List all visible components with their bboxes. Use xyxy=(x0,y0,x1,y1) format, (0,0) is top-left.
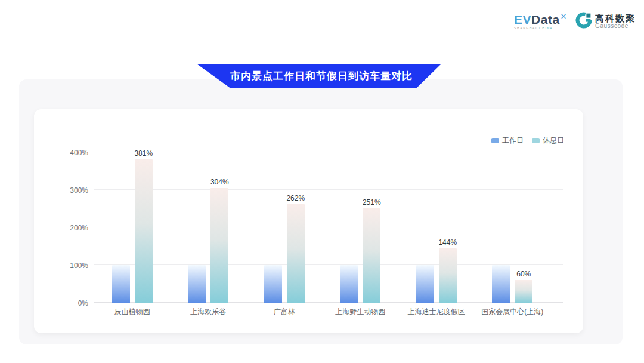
x-axis-label: 国家会展中心(上海) xyxy=(481,307,543,317)
bar-groups: 381%辰山植物园304%上海欢乐谷262%广富林251%上海野生动物园144%… xyxy=(94,145,550,303)
y-axis-tick: 300% xyxy=(52,186,88,195)
bar-工作日 xyxy=(188,265,206,303)
report-panel: 工作日休息日 0%100%200%300%400%381%辰山植物园304%上海… xyxy=(19,79,623,344)
gausscode-text: 高科数聚 Gausscode xyxy=(595,14,636,29)
bar-value-label: 60% xyxy=(516,270,531,278)
y-axis-tick: 100% xyxy=(52,262,88,270)
bar-工作日 xyxy=(492,265,510,303)
legend-item-工作日[interactable]: 工作日 xyxy=(491,136,524,146)
bar-休息日: 381% xyxy=(135,159,153,303)
bar-休息日: 251% xyxy=(363,208,380,303)
bar-value-label: 381% xyxy=(134,149,153,158)
evdata-subtitle-shanghai: SHANGHAI xyxy=(514,26,537,30)
legend-label: 休息日 xyxy=(543,136,564,146)
bar-group: 60%国家会展中心(上海) xyxy=(475,145,551,303)
legend-swatch-icon xyxy=(491,138,499,143)
gausscode-en-label: Gausscode xyxy=(595,23,636,30)
bar-工作日 xyxy=(416,265,434,303)
bar-休息日: 262% xyxy=(287,204,305,303)
y-axis-tick: 200% xyxy=(52,224,88,232)
legend-item-休息日[interactable]: 休息日 xyxy=(532,136,564,146)
y-axis-tick: 0% xyxy=(52,299,88,307)
gausscode-g-icon xyxy=(575,12,592,31)
legend-swatch-icon xyxy=(532,138,540,143)
bar-休息日: 304% xyxy=(210,188,228,303)
chart-legend: 工作日休息日 xyxy=(491,136,564,146)
x-axis-label: 辰山植物园 xyxy=(114,307,150,317)
bar-工作日 xyxy=(112,265,130,303)
bar-休息日: 144% xyxy=(439,248,457,303)
evdata-ev-text: EV xyxy=(514,13,531,26)
bar-group: 381%辰山植物园 xyxy=(94,145,171,303)
page-title: 市内景点工作日和节假日到访车量对比 xyxy=(225,69,413,83)
bar-group: 262%广富林 xyxy=(246,145,323,303)
evdata-x-icon: ✕ xyxy=(561,12,567,21)
bar-group: 251%上海野生动物园 xyxy=(323,145,399,303)
title-banner: 市内景点工作日和节假日到访车量对比 xyxy=(197,64,441,88)
x-axis-label: 上海迪士尼度假区 xyxy=(408,307,465,317)
legend-label: 工作日 xyxy=(502,136,524,146)
gausscode-cn-label: 高科数聚 xyxy=(595,14,636,23)
bar-group: 144%上海迪士尼度假区 xyxy=(398,145,475,303)
page: EVData✕ SHANGHAI CHINA 高科数聚 Gausscode 市 xyxy=(0,0,644,363)
header-logos: EVData✕ SHANGHAI CHINA 高科数聚 Gausscode xyxy=(514,12,636,31)
bar-value-label: 251% xyxy=(363,198,381,207)
evdata-data-text: Data xyxy=(531,13,560,26)
bar-value-label: 262% xyxy=(286,194,305,202)
evdata-subtitle: SHANGHAI CHINA xyxy=(514,27,553,30)
bar-工作日 xyxy=(264,265,282,303)
x-axis-label: 上海欢乐谷 xyxy=(190,307,226,317)
y-axis-tick: 400% xyxy=(52,149,88,157)
gausscode-logo: 高科数聚 Gausscode xyxy=(575,12,636,31)
evdata-logo: EVData✕ SHANGHAI CHINA xyxy=(514,13,567,30)
x-axis-label: 广富林 xyxy=(274,307,295,317)
bar-value-label: 304% xyxy=(210,178,229,186)
plot-area: 0%100%200%300%400%381%辰山植物园304%上海欢乐谷262%… xyxy=(94,145,564,303)
bar-group: 304%上海欢乐谷 xyxy=(171,145,247,303)
evdata-subtitle-china: CHINA xyxy=(539,26,553,30)
bar-value-label: 144% xyxy=(438,238,457,247)
bar-工作日 xyxy=(340,265,358,303)
x-axis-label: 上海野生动物园 xyxy=(335,307,385,317)
evdata-wordmark: EVData✕ xyxy=(514,13,567,26)
bar-休息日: 60% xyxy=(515,280,532,303)
chart-card: 工作日休息日 0%100%200%300%400%381%辰山植物园304%上海… xyxy=(34,109,583,333)
